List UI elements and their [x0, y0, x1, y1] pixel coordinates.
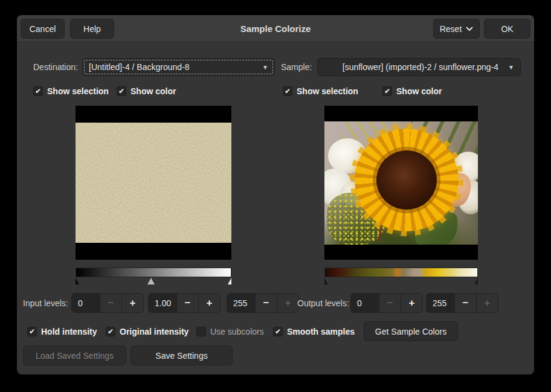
get-sample-colors-label: Get Sample Colors [375, 327, 446, 336]
sample-combobox[interactable]: [sunflower] (imported)-2 / sunflower.png… [317, 58, 521, 76]
plus-button[interactable]: + [121, 294, 143, 312]
save-settings-label: Save Settings [155, 351, 207, 361]
plus-button[interactable]: + [476, 294, 498, 312]
dropdown-arrow-icon: ▼ [503, 64, 514, 71]
sample-combobox-value: [sunflower] (imported)-2 / sunflower.png… [343, 62, 498, 72]
destination-show-color-checkbox[interactable]: ✔ Show color [117, 86, 176, 97]
ok-button[interactable]: OK [484, 19, 530, 39]
output-high-spinbutton: 255 − + [426, 293, 498, 313]
input-low-entry[interactable]: 0 [72, 294, 100, 312]
checkbox-empty-icon [196, 327, 206, 336]
original-intensity-checkbox[interactable]: ✔ Original intensity [106, 326, 188, 337]
get-sample-colors-button[interactable]: Get Sample Colors [364, 321, 458, 341]
checkbox-check-icon: ✔ [117, 86, 126, 96]
sample-colorize-dialog: Cancel Help Sample Colorize Reset OK Des… [17, 15, 534, 374]
destination-preview-texture [76, 123, 231, 243]
checkbox-label: Hold intensity [41, 327, 97, 336]
minus-button[interactable]: − [255, 294, 277, 312]
output-levels-label: Output levels: [297, 298, 349, 308]
output-high-entry[interactable]: 255 [427, 294, 454, 312]
input-high-marker[interactable] [228, 278, 231, 284]
input-levels-gradient-bar [76, 268, 231, 277]
plus-button[interactable]: + [401, 294, 422, 312]
save-settings-button[interactable]: Save Settings [130, 345, 233, 365]
minus-button[interactable]: − [176, 294, 198, 312]
destination-label: Destination: [33, 62, 78, 72]
output-low-spinbutton: 0 − + [350, 293, 423, 313]
checkbox-check-icon: ✔ [273, 327, 283, 336]
sample-show-selection-checkbox[interactable]: ✔ Show selection [283, 86, 358, 97]
checkbox-check-icon: ✔ [106, 327, 115, 336]
input-low-marker[interactable] [76, 278, 79, 284]
chevron-down-icon [466, 27, 473, 31]
input-levels-label: Input levels: [23, 298, 68, 308]
checkbox-check-icon: ✔ [27, 327, 37, 336]
checkbox-label: Original intensity [120, 327, 188, 336]
sample-preview [324, 106, 478, 260]
checkbox-label: Smooth samples [287, 327, 355, 336]
sample-label: Sample: [281, 62, 312, 72]
sunflower-center [376, 150, 437, 210]
reset-button-label: Reset [440, 24, 462, 34]
destination-combobox[interactable]: [Untitled]-4 / Background-8 ▼ [82, 58, 275, 76]
use-subcolors-checkbox[interactable]: Use subcolors [196, 326, 264, 337]
checkbox-check-icon: ✔ [33, 86, 43, 96]
load-saved-settings-button[interactable]: Load Saved Settings [23, 345, 126, 365]
checkbox-label: Show color [130, 86, 176, 96]
reset-button[interactable]: Reset [433, 19, 480, 39]
checkbox-label: Show selection [47, 86, 109, 96]
minus-button[interactable]: − [454, 294, 476, 312]
destination-preview [76, 106, 231, 260]
input-level-markers [76, 277, 231, 285]
input-high-entry[interactable]: 255 [227, 294, 255, 312]
destination-combobox-value: [Untitled]-4 / Background-8 [89, 62, 190, 72]
hold-intensity-checkbox[interactable]: ✔ Hold intensity [27, 326, 97, 337]
load-saved-settings-label: Load Saved Settings [36, 351, 114, 361]
input-high-spinbutton: 255 − + [227, 293, 299, 313]
checkbox-check-icon: ✔ [283, 86, 292, 96]
checkbox-label: Use subcolors [210, 327, 264, 336]
output-low-entry[interactable]: 0 [351, 294, 379, 312]
checkbox-label: Show color [396, 86, 442, 96]
ok-button-label: OK [501, 24, 513, 34]
input-gamma-spinbutton: 1.00 − + [148, 293, 221, 313]
output-low-marker[interactable] [324, 278, 328, 284]
input-gamma-marker[interactable] [147, 278, 155, 284]
dropdown-arrow-icon: ▼ [257, 64, 268, 71]
checkbox-label: Show selection [297, 86, 358, 96]
titlebar: Cancel Help Sample Colorize Reset OK [17, 15, 534, 42]
plus-button[interactable]: + [277, 294, 298, 312]
sample-show-color-checkbox[interactable]: ✔ Show color [382, 86, 442, 97]
sample-colors-gradient-bar [324, 268, 478, 277]
plus-button[interactable]: + [198, 294, 220, 312]
input-low-spinbutton: 0 − + [71, 293, 144, 313]
sunflower-photo [324, 121, 478, 245]
minus-button[interactable]: − [379, 294, 401, 312]
output-high-marker[interactable] [474, 278, 478, 284]
smooth-samples-checkbox[interactable]: ✔ Smooth samples [273, 326, 355, 337]
destination-show-selection-checkbox[interactable]: ✔ Show selection [33, 86, 109, 97]
checkbox-check-icon: ✔ [382, 86, 392, 96]
input-gamma-entry[interactable]: 1.00 [149, 294, 176, 312]
minus-button[interactable]: − [100, 294, 121, 312]
output-level-markers [324, 277, 478, 285]
